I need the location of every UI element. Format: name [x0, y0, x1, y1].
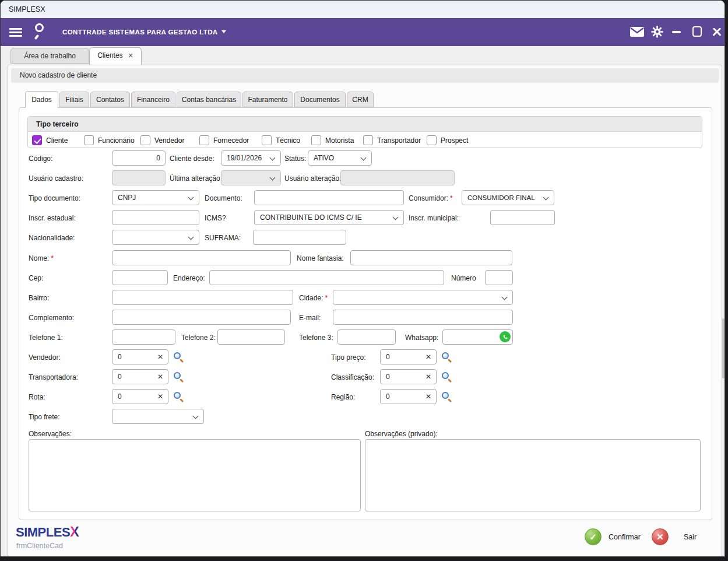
tab-financeiro[interactable]: Financeiro	[131, 92, 175, 107]
required-marker: *	[325, 294, 328, 302]
suframa-input[interactable]	[253, 230, 346, 245]
tipo-documento-select[interactable]: CNPJ	[112, 190, 199, 205]
transportadora-lookup[interactable]: 0✕	[112, 369, 168, 384]
screen: SIMPLESX CONTTRADE SISTEMAS PARA GESTAO …	[0, 0, 728, 561]
telefone1-label: Telefone 1:	[29, 334, 63, 342]
checkbox-motorista[interactable]	[311, 135, 321, 145]
form-id: frmClienteCad	[16, 542, 63, 550]
status-select[interactable]: ATIVO	[308, 150, 372, 166]
telefone2-label: Telefone 2:	[181, 334, 216, 342]
documento-input[interactable]	[254, 190, 404, 205]
chevron-down-icon	[543, 195, 549, 201]
numero-input[interactable]	[485, 270, 513, 285]
checkbox-funcionario[interactable]	[84, 135, 94, 145]
company-selector[interactable]: CONTTRADE SISTEMAS PARA GESTAO LTDA	[62, 29, 226, 36]
checkbox-prospect[interactable]	[427, 135, 437, 145]
clear-icon[interactable]: ✕	[425, 392, 431, 401]
checkbox-tecnico[interactable]	[262, 135, 272, 145]
vertical-scrollbar[interactable]	[722, 318, 725, 378]
regiao-lookup[interactable]: 0✕	[380, 389, 437, 404]
tab-crm[interactable]: CRM	[347, 92, 374, 107]
check-icon: ✓	[585, 528, 602, 545]
clear-icon[interactable]: ✕	[157, 373, 163, 381]
vendedor-lookup[interactable]: 0✕	[112, 349, 168, 364]
inscr-estadual-input[interactable]	[112, 210, 199, 225]
observacoes-textarea[interactable]	[29, 439, 361, 511]
mail-icon[interactable]	[630, 27, 644, 37]
tab-contas-bancarias[interactable]: Contas bancárias	[177, 92, 241, 107]
inscr-municipal-input[interactable]	[490, 210, 555, 225]
nome-input[interactable]	[112, 250, 291, 265]
confirmar-button[interactable]: ✓ Confirmar	[585, 528, 641, 545]
consumidor-select[interactable]: CONSUMIDOR FINAL	[462, 190, 554, 205]
telefone1-input[interactable]	[112, 329, 175, 345]
rota-lookup[interactable]: 0✕	[112, 389, 168, 404]
icms-select[interactable]: CONTRIBUINTE DO ICMS C/ IE	[254, 210, 404, 225]
endereco-input[interactable]	[209, 270, 444, 285]
tipo-preco-lookup[interactable]: 0✕	[380, 349, 437, 364]
maximize-icon[interactable]	[692, 26, 702, 37]
tab-contatos[interactable]: Contatos	[90, 92, 130, 107]
clear-icon[interactable]: ✕	[425, 373, 431, 381]
company-name: CONTTRADE SISTEMAS PARA GESTAO LTDA	[62, 29, 218, 36]
search-lookup-icon[interactable]	[174, 372, 184, 383]
classificacao-lookup[interactable]: 0✕	[380, 369, 437, 384]
cliente-desde-label: Cliente desde:	[170, 155, 214, 163]
tab-faturamento[interactable]: Faturamento	[242, 92, 293, 107]
menu-icon[interactable]	[9, 28, 22, 37]
usuario-alteracao-input	[340, 170, 455, 185]
nacionalidade-select[interactable]	[112, 230, 199, 245]
bairro-input[interactable]	[112, 290, 293, 305]
usuario-alteracao-label: Usuário alteração:	[284, 174, 341, 183]
checkbox-cliente[interactable]	[32, 135, 42, 145]
transportadora-label: Transportadora:	[29, 373, 78, 381]
cliente-desde-select[interactable]: 19/01/2026	[221, 150, 281, 166]
complemento-label: Complemento:	[29, 314, 74, 322]
cep-input[interactable]	[112, 270, 168, 285]
checkbox-vendedor[interactable]	[140, 135, 150, 145]
email-input[interactable]	[333, 310, 513, 325]
app-window: SIMPLESX CONTTRADE SISTEMAS PARA GESTAO …	[0, 0, 725, 557]
sair-button[interactable]: ✕ Sair	[652, 528, 697, 545]
tab-area-de-trabalho[interactable]: Área de trabalho	[10, 48, 89, 64]
checkbox-transportador[interactable]	[363, 135, 373, 145]
cidade-select[interactable]	[333, 290, 513, 305]
nome-fantasia-label: Nome fantasia:	[297, 254, 344, 262]
close-icon[interactable]	[712, 27, 722, 36]
tab-dados[interactable]: Dados	[25, 91, 58, 108]
tab-close-icon[interactable]: ✕	[128, 52, 133, 59]
observacoes-privado-textarea[interactable]	[365, 439, 701, 511]
search-lookup-icon[interactable]	[442, 352, 452, 363]
complemento-input[interactable]	[112, 310, 291, 325]
tab-filiais[interactable]: Filiais	[59, 92, 89, 107]
search-lookup-icon[interactable]	[442, 372, 452, 383]
rota-label: Rota:	[29, 393, 45, 401]
clear-icon[interactable]: ✕	[157, 392, 163, 401]
telefone3-input[interactable]	[337, 329, 396, 345]
tipo-documento-label: Tipo documento:	[29, 194, 80, 202]
chevron-down-icon	[361, 155, 367, 161]
inscr-estadual-label: Inscr. estadual:	[29, 214, 76, 222]
tab-clientes[interactable]: Clientes✕	[89, 47, 142, 65]
gear-icon[interactable]	[651, 26, 663, 38]
telefone2-input[interactable]	[217, 329, 285, 345]
tipo-frete-select[interactable]	[112, 409, 204, 424]
checkbox-fornecedor[interactable]	[199, 135, 209, 145]
minimize-icon[interactable]	[672, 31, 681, 33]
nome-fantasia-input[interactable]	[350, 250, 512, 265]
suframa-label: SUFRAMA:	[205, 234, 241, 242]
usuario-cadastro-label: Usuário cadastro:	[29, 174, 83, 183]
tab-documentos[interactable]: Documentos	[294, 92, 346, 107]
clear-icon[interactable]: ✕	[425, 353, 431, 361]
vendedor-label: Vendedor:	[29, 353, 61, 362]
search-icon[interactable]	[34, 23, 50, 41]
nacionalidade-label: Nacionalidade:	[29, 234, 75, 242]
required-marker: *	[51, 254, 54, 262]
search-lookup-icon[interactable]	[442, 392, 452, 402]
group-title: Tipo terceiro	[28, 117, 702, 132]
codigo-label: Código:	[29, 155, 52, 163]
search-lookup-icon[interactable]	[174, 352, 184, 363]
clear-icon[interactable]: ✕	[157, 353, 163, 361]
codigo-input[interactable]	[112, 150, 166, 166]
search-lookup-icon[interactable]	[174, 392, 184, 402]
